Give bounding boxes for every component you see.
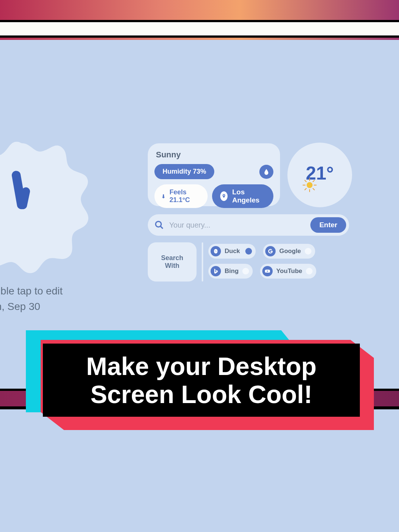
search-engine-list: Duck Google Bing You: [208, 242, 349, 282]
engine-option-google[interactable]: Google: [263, 244, 315, 259]
search-icon: [154, 220, 164, 230]
search-enter-button[interactable]: Enter: [310, 217, 346, 233]
svg-line-5: [305, 180, 306, 182]
clock-face: [0, 138, 91, 274]
engine-radio[interactable]: [306, 268, 313, 274]
feels-like-pill: Feels 21.1°C: [154, 184, 208, 208]
search-with-label: Search With: [148, 242, 197, 282]
engine-label: Duck: [225, 248, 242, 255]
svg-point-9: [156, 221, 161, 227]
engine-label: Google: [279, 248, 301, 255]
engine-radio[interactable]: [242, 268, 249, 274]
humidity-pill: Humidity 73%: [154, 164, 214, 179]
divider: [202, 242, 203, 282]
svg-line-8: [305, 188, 306, 190]
engine-option-youtube[interactable]: YouTube: [260, 264, 316, 279]
engine-option-bing[interactable]: Bing: [208, 264, 253, 279]
duck-icon: [211, 246, 221, 256]
headline-line1: Make your Desktop: [86, 352, 317, 380]
engine-option-duck[interactable]: Duck: [208, 244, 256, 259]
temperature-widget[interactable]: 21°: [287, 143, 352, 207]
location-pill[interactable]: Los Angeles: [212, 184, 273, 208]
clock-scallop-bg: [0, 138, 91, 274]
search-bar[interactable]: Enter: [148, 214, 349, 236]
bing-icon: [211, 266, 221, 276]
engine-radio[interactable]: [305, 248, 311, 255]
svg-line-7: [313, 180, 314, 182]
window-chrome-top: [0, 20, 399, 38]
engine-label: YouTube: [276, 267, 302, 275]
engine-label: Bing: [225, 267, 239, 275]
clock-widget[interactable]: Double tap to edit Mon, Sep 30: [0, 138, 91, 314]
headline-banner: Make your Desktop Screen Look Cool!: [26, 330, 375, 430]
weather-card[interactable]: Sunny Humidity 73% Feels 21.1°C Los Ange…: [148, 143, 280, 206]
youtube-icon: [262, 266, 273, 276]
location-pin-icon: [220, 191, 228, 201]
location-label: Los Angeles: [232, 188, 265, 204]
headline-text: Make your Desktop Screen Look Cool!: [43, 352, 360, 408]
clock-date: Mon, Sep 30: [0, 299, 91, 314]
feels-like-label: Feels 21.1°C: [170, 188, 201, 204]
search-input[interactable]: [164, 221, 310, 229]
google-icon: [265, 246, 276, 256]
svg-line-6: [313, 188, 314, 190]
weather-condition: Sunny: [156, 150, 273, 160]
banner-layer-black: Make your Desktop Screen Look Cool!: [43, 344, 360, 417]
thermometer-icon: [161, 192, 166, 200]
search-with-panel: Search With Duck Google Bi: [148, 242, 349, 282]
clock-edit-hint[interactable]: Double tap to edit: [0, 283, 91, 299]
sun-icon: [302, 178, 317, 192]
svg-line-10: [160, 226, 163, 229]
headline-line2: Screen Look Cool!: [91, 380, 313, 408]
svg-point-0: [307, 182, 313, 188]
humidity-icon[interactable]: [259, 165, 273, 179]
engine-radio[interactable]: [245, 248, 252, 255]
